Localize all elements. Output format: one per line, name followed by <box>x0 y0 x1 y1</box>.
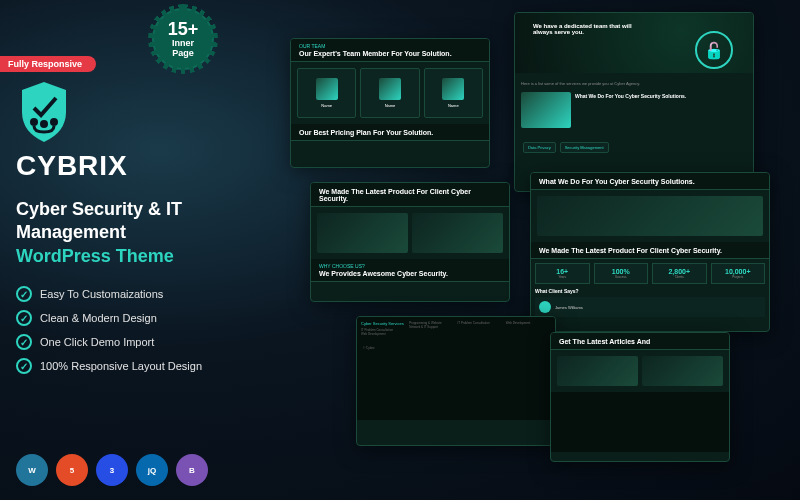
stats-title-2: We Made The Latest Product For Client Cy… <box>539 247 761 254</box>
image-placeholder <box>317 213 408 253</box>
footer-col: Cyber Security ServicesIT Problem Consul… <box>361 321 406 336</box>
stat-number: 10,000+ <box>716 268 761 275</box>
mockup-footer: Cyber Security ServicesIT Problem Consul… <box>356 316 556 446</box>
image-placeholder <box>557 356 638 386</box>
stat-box: 2,800+Clients <box>652 263 707 284</box>
check-icon <box>16 334 32 350</box>
feature-list: Easy To Customaizations Clean & Modern D… <box>16 286 286 374</box>
hero-subtitle: Here is a list some of the services we p… <box>521 81 747 86</box>
mockup-product: We Made The Latest Product For Client Cy… <box>310 182 510 302</box>
testimonial: James Williams <box>535 297 765 317</box>
image-placeholder <box>412 213 503 253</box>
stat-number: 2,800+ <box>657 268 702 275</box>
check-icon <box>16 358 32 374</box>
team-card: Name <box>360 68 419 118</box>
section-label: Our Team <box>299 43 481 49</box>
footer-col: Programming & WebsiteNetwork & IT Suppor… <box>409 321 454 336</box>
stat-label: Success <box>599 275 644 279</box>
mockup-articles: Get The Latest Articles And <box>550 332 730 462</box>
feature-item: Easy To Customaizations <box>16 286 286 302</box>
feature-item: Clean & Modern Design <box>16 310 286 326</box>
mockup-hero: We have a dedicated team that will alway… <box>514 12 754 192</box>
image-placeholder <box>537 196 763 236</box>
service-pill: Security Management <box>560 142 609 153</box>
stat-box: 10,000+Projects <box>711 263 766 284</box>
feature-text: Easy To Customaizations <box>40 288 163 300</box>
tech-icons: W 5 3 jQ B <box>16 454 208 486</box>
mockup-area: We have a dedicated team that will alway… <box>290 12 790 492</box>
logo-area: CYBRIX <box>16 80 286 182</box>
mockup-team: Our TeamOur Expert's Team Member For You… <box>290 38 490 168</box>
badge-number: 15+ <box>168 20 199 38</box>
jquery-icon: jQ <box>136 454 168 486</box>
left-panel: CYBRIX Cyber Security & IT Management Wo… <box>16 80 286 382</box>
feature-text: 100% Responsive Layout Design <box>40 360 202 372</box>
choose-title: We Provides Awesome Cyber Security. <box>319 270 501 277</box>
check-icon <box>16 286 32 302</box>
css3-icon: 3 <box>96 454 128 486</box>
shield-icon <box>16 80 72 146</box>
stats-title: What We Do For You Cyber Security Soluti… <box>539 178 761 185</box>
stat-number: 100% <box>599 268 644 275</box>
stat-label: Clients <box>657 275 702 279</box>
team-card: Name <box>424 68 483 118</box>
footer-col: Web Development <box>506 321 551 336</box>
testimonial-label: What Client Says? <box>535 288 765 294</box>
stat-box: 16+Years <box>535 263 590 284</box>
brand-name: CYBRIX <box>16 150 128 182</box>
team-card: Name <box>297 68 356 118</box>
stat-box: 100%Success <box>594 263 649 284</box>
service-pill: Data Privacy <box>523 142 556 153</box>
feature-text: Clean & Modern Design <box>40 312 157 324</box>
html5-icon: 5 <box>56 454 88 486</box>
check-icon <box>16 310 32 326</box>
stat-label: Years <box>540 275 585 279</box>
image-placeholder <box>642 356 723 386</box>
tagline-line-2: Management <box>16 222 126 242</box>
tagline-line-1: Cyber Security & IT <box>16 199 182 219</box>
lock-icon <box>695 31 733 69</box>
mockup-stats: What We Do For You Cyber Security Soluti… <box>530 172 770 332</box>
badge-text-1: Inner <box>172 38 194 48</box>
bootstrap-icon: B <box>176 454 208 486</box>
svg-point-0 <box>30 118 38 126</box>
tagline: Cyber Security & IT Management WordPress… <box>16 198 286 268</box>
stat-number: 16+ <box>540 268 585 275</box>
feature-item: One Click Demo Import <box>16 334 286 350</box>
hero-title: We have a dedicated team that will alway… <box>525 23 648 35</box>
articles-title: Get The Latest Articles And <box>559 338 721 345</box>
stat-label: Projects <box>716 275 761 279</box>
services-title: What We Do For You Cyber Security Soluti… <box>575 93 747 99</box>
avatar-icon <box>539 301 551 313</box>
feature-text: One Click Demo Import <box>40 336 154 348</box>
footer-col: IT Problem Consultation <box>458 321 503 336</box>
svg-point-2 <box>50 118 58 126</box>
testimonial-name: James Williams <box>555 305 583 310</box>
footer-columns: Cyber Security ServicesIT Problem Consul… <box>357 317 555 340</box>
product-title: We Made The Latest Product For Client Cy… <box>319 188 501 202</box>
tagline-line-3: WordPress Theme <box>16 246 174 266</box>
page-count-badge: 15+ Inner Page <box>152 8 214 70</box>
badge-text-2: Page <box>172 48 194 58</box>
feature-item: 100% Responsive Layout Design <box>16 358 286 374</box>
wordpress-icon: W <box>16 454 48 486</box>
footer-heading: Cyber Security Services <box>361 321 406 326</box>
pricing-title: Our Best Pricing Plan For Your Solution. <box>299 129 481 136</box>
choose-label: Why Choose us? <box>319 263 501 269</box>
svg-point-1 <box>40 120 48 128</box>
responsive-badge: Fully Responsive <box>0 56 96 72</box>
section-title: Our Expert's Team Member For Your Soluti… <box>299 50 481 57</box>
